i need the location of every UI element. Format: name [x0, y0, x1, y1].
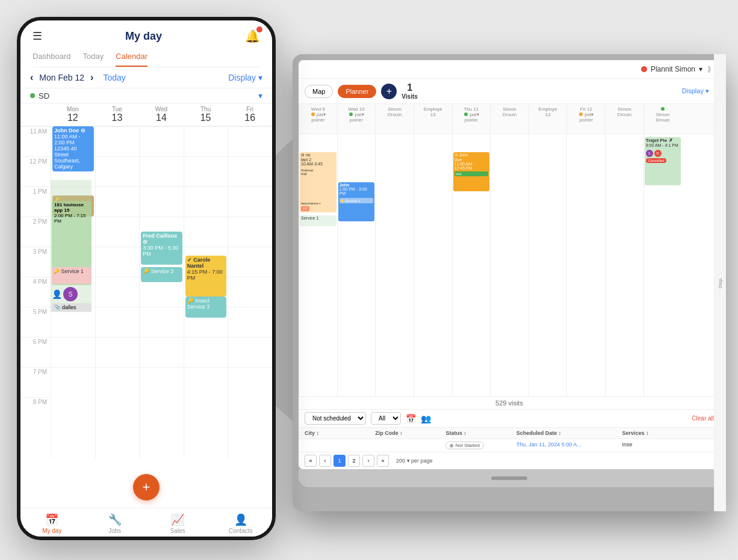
laptop-event-service-1[interactable]: Service 1	[300, 215, 336, 226]
user-badge: Plannit Simon ▾	[641, 65, 702, 73]
laptop-camera	[491, 476, 527, 480]
td-zip	[375, 442, 445, 449]
scheduled-filter[interactable]: Not scheduled	[305, 412, 366, 425]
map-button[interactable]: Map	[305, 85, 333, 98]
time-4pm: 4 PM	[20, 277, 51, 307]
add-button[interactable]: +	[381, 84, 397, 99]
laptop-day-12a: Fri 12 pat▾ poirier	[566, 104, 605, 134]
laptop-col-9: Trajet Pie ✗ 9:00 AM - 4:1 PM S R Cancel…	[643, 134, 682, 396]
bell-icon[interactable]: 🔔	[245, 29, 260, 43]
laptop-col-7	[566, 134, 605, 396]
event-service1[interactable]: 🔑 Service 1	[52, 267, 91, 284]
laptop-device: Plannit Simon ▾ ⟫ Map Planner + 1 Visits…	[293, 54, 726, 511]
laptop-col-4: ⊖ John Doe 11:00 AM - 12:45 PM visit	[452, 134, 491, 396]
th-extra	[693, 430, 714, 436]
nav-today[interactable]: Today	[83, 49, 104, 67]
laptop-col-1: John 1:00 PM - 3:00 PM ⭐ Service 2	[337, 134, 376, 396]
time-2pm: 2 PM	[20, 217, 51, 247]
event-service1-area: 🔑 Service 1	[52, 267, 91, 285]
sd-expand-icon[interactable]: ▾	[258, 91, 262, 100]
display-button[interactable]: Display ▾	[228, 73, 262, 82]
laptop-col-3	[414, 134, 452, 396]
bottom-nav-sales[interactable]: 📈 Sales	[146, 513, 209, 534]
next-arrow[interactable]: ›	[90, 72, 93, 83]
bottom-nav-jobs[interactable]: 🔧 Jobs	[84, 513, 147, 534]
collapse-icon[interactable]: ⟫	[707, 65, 712, 73]
td-services: Inse	[622, 442, 693, 449]
sd-status-dot	[30, 93, 35, 98]
td-extra	[693, 442, 714, 449]
user-chevron-icon[interactable]: ▾	[699, 65, 702, 73]
day-col-thu: ✓ Carole Nantel 4:15 PM - 7:00 PM 🔑 Inse…	[184, 126, 228, 458]
calendar-filter-icon[interactable]: 📅	[406, 414, 416, 423]
th-zip: Zip Code ↕	[375, 430, 445, 436]
bottom-nav-contacts[interactable]: 👤 Contacts	[209, 513, 273, 534]
event-service3-wed[interactable]: 🔑 Service 3	[141, 267, 182, 282]
time-12pm: 12 PM	[20, 156, 51, 186]
phone-device: ☰ My day 🔔 Dashboard Today Calendar ‹ Mo…	[17, 17, 276, 540]
laptop-event-john[interactable]: John 1:00 PM - 3:00 PM ⭐ Service 2	[338, 182, 375, 221]
user-name: Plannit Simon	[651, 65, 695, 73]
laptop-day-11c: Employe 13	[529, 104, 567, 134]
nav-calendar[interactable]: Calendar	[116, 49, 147, 67]
day-header-mon: Mon 12	[51, 103, 95, 126]
event-carole[interactable]: ✓ Carole Nantel 4:15 PM - 7:00 PM	[185, 256, 227, 297]
bottom-nav-myday[interactable]: 📅 My day	[20, 513, 84, 534]
clear-all-button[interactable]: Clear all	[692, 415, 714, 422]
first-page-button[interactable]: «	[305, 455, 317, 467]
time-6pm: 6 PM	[20, 337, 51, 367]
menu-icon[interactable]: ☰	[33, 29, 42, 43]
day-col-wed: Fred Cailloux ⊖ 3:30 PM - 5:30 PM 🔑 Serv…	[139, 126, 184, 458]
laptop-day-10a: Wed 10 pat▾ poirier	[337, 104, 376, 134]
laptop-day-10b: Simon Drouin	[375, 104, 414, 134]
time-11am: 11 AM	[20, 126, 51, 156]
today-button[interactable]: Today	[103, 73, 125, 82]
last-page-button[interactable]: »	[377, 455, 389, 467]
laptop-day-11b: Simon Drouin	[490, 104, 529, 134]
visits-count-badge: 1 Visits	[402, 82, 418, 100]
time-5pm: 5 PM	[20, 307, 51, 337]
prev-page-button[interactable]: ‹	[319, 455, 331, 467]
disp-sidebar-text: Disp.	[718, 277, 720, 288]
display-toggle[interactable]: Display ▾	[677, 85, 714, 97]
pagination: « ‹ 1 2 › » 200 ▾ per page	[299, 452, 720, 469]
time-1pm: 1 PM	[20, 186, 51, 217]
laptop-day-9: Wed 9 pat▾ poirier	[299, 104, 337, 134]
laptop-day-12c: Simon Drouin	[643, 104, 682, 134]
day-header-thu: Thu 15	[184, 103, 228, 126]
event-john-doe[interactable]: John Doe ⊖ 11:00 AM - 2:00 PM 12345 40 S…	[52, 126, 94, 171]
laptop-day-10c: Employe 13	[414, 104, 452, 134]
laptop-col-2	[375, 134, 414, 396]
people-filter-icon[interactable]: 👥	[421, 414, 431, 423]
day-header-wed: Wed 14	[139, 103, 184, 126]
page-1-button[interactable]: 1	[333, 455, 346, 467]
notification-badge	[256, 26, 262, 32]
th-city: City ↕	[305, 430, 375, 436]
fab-add-button[interactable]: +	[133, 474, 160, 500]
prev-arrow[interactable]: ‹	[30, 72, 33, 83]
laptop-event-johndoe-thu[interactable]: ⊖ John Doe 11:00 AM - 12:45 PM visit	[453, 152, 490, 191]
laptop-day-12b: Simon Drouin	[605, 104, 643, 134]
per-page-selector[interactable]: 200 ▾ per page	[396, 458, 433, 464]
time-8pm: 8 PM	[20, 397, 51, 427]
day-col-fri	[228, 126, 272, 458]
laptop-event-trajet[interactable]: Trajet Pie ✗ 9:00 AM - 4:1 PM S R Cancel…	[645, 137, 681, 185]
time-7pm: 7 PM	[20, 367, 51, 397]
laptop-event-contact2[interactable]: ⊖ no tact 2 10 AM-3:45 Avenue nial PP re…	[300, 152, 336, 212]
th-status: Status ↕	[445, 430, 516, 436]
event-dalles: 📎 dalles	[52, 303, 91, 312]
td-scheduled-date[interactable]: Thu, Jan 11, 2024 5:00 A...	[516, 442, 622, 449]
laptop-col-0: ⊖ no tact 2 10 AM-3:45 Avenue nial PP re…	[299, 134, 337, 396]
time-3pm: 3 PM	[20, 247, 51, 277]
current-date: Mon Feb 12	[39, 73, 84, 82]
next-page-button[interactable]: ›	[362, 455, 374, 467]
page-2-button[interactable]: 2	[348, 455, 360, 467]
th-services: Services ↕	[622, 430, 693, 436]
planner-button[interactable]: Planner	[338, 85, 376, 98]
all-filter[interactable]: All	[371, 412, 401, 425]
event-fred[interactable]: Fred Cailloux ⊖ 3:30 PM - 5:30 PM	[141, 232, 182, 265]
nav-dashboard[interactable]: Dashboard	[33, 49, 71, 67]
event-insect-service[interactable]: 🔑 Insect Service 3	[185, 297, 227, 318]
day-header-fri: Fri 16	[228, 103, 272, 126]
visits-count-bar: 529 visits	[299, 397, 720, 410]
